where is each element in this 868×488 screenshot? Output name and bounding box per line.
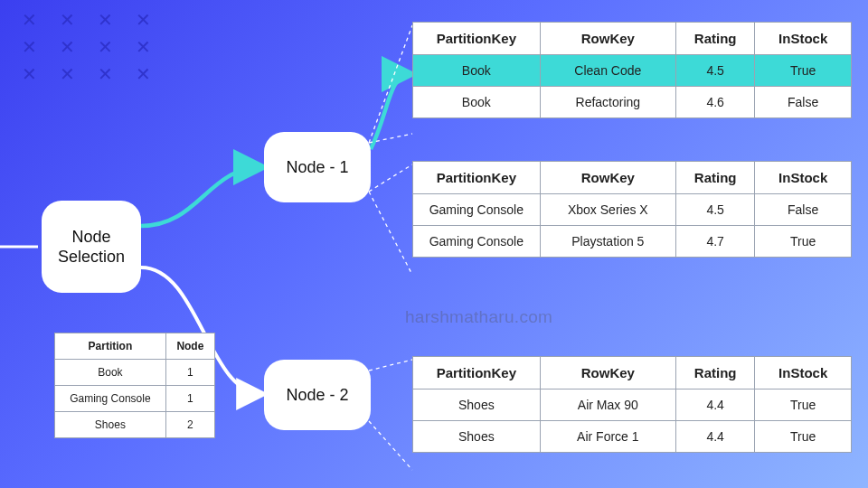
decorative-cross-pattern: ✕✕✕✕ ✕✕✕✕ ✕✕✕✕ [13, 11, 159, 89]
table-row-highlighted: Book Clean Code 4.5 True [413, 55, 852, 87]
node-selection-label: Node Selection [54, 227, 128, 267]
table-header-row: PartitionKey RowKey Rating InStock [413, 357, 852, 389]
node1-partition-book-table: PartitionKey RowKey Rating InStock Book … [412, 22, 852, 118]
table-row: Shoes Air Force 1 4.4 True [413, 421, 852, 453]
col-partition: Partition [55, 333, 166, 360]
table-header-row: PartitionKey RowKey Rating InStock [413, 162, 852, 194]
node2-partition-shoes-table: PartitionKey RowKey Rating InStock Shoes… [412, 356, 852, 453]
table-row: Gaming Console Playstation 5 4.7 True [413, 226, 852, 258]
partition-mapping-table: Partition Node Book 1 Gaming Console 1 S… [54, 333, 215, 438]
node1-partition-gaming-table: PartitionKey RowKey Rating InStock Gamin… [412, 161, 852, 258]
node-1-label: Node - 1 [286, 158, 348, 177]
node-2-box: Node - 2 [264, 360, 371, 430]
table-row: Shoes 2 [55, 412, 215, 438]
table-header-row: Partition Node [55, 333, 215, 360]
col-node: Node [165, 333, 214, 360]
table-row: Gaming Console Xbox Series X 4.5 False [413, 194, 852, 226]
node-1-box: Node - 1 [264, 132, 371, 202]
table-row: Shoes Air Max 90 4.4 True [413, 389, 852, 421]
table-row: Book Refactoring 4.6 False [413, 87, 852, 118]
node-2-label: Node - 2 [286, 386, 348, 405]
watermark-text: harshmatharu.com [405, 307, 552, 327]
table-row: Gaming Console 1 [55, 386, 215, 412]
node-selection-box: Node Selection [42, 201, 141, 293]
table-row: Book 1 [55, 360, 215, 386]
table-header-row: PartitionKey RowKey Rating InStock [413, 23, 852, 55]
